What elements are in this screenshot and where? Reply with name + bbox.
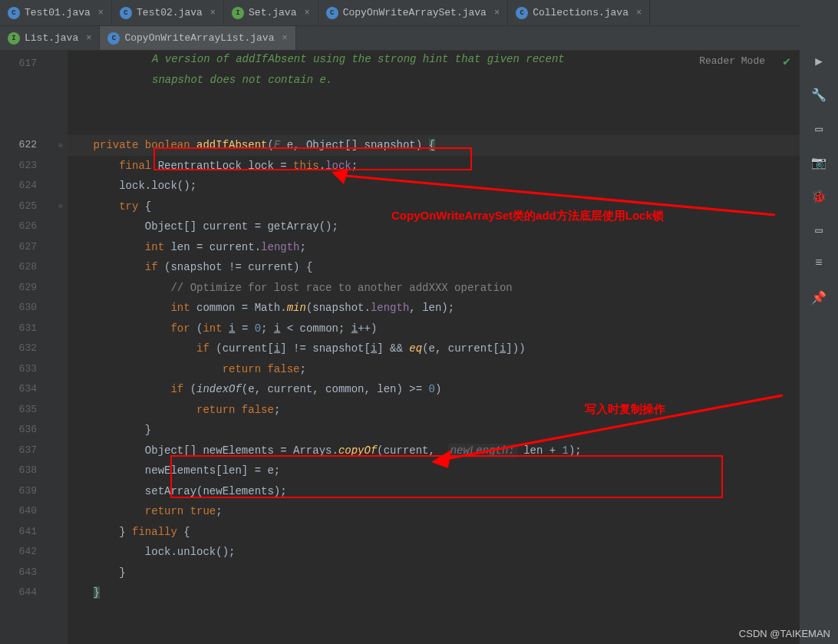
line-number: 632	[0, 339, 54, 359]
code-line: newElements[len] = e;	[68, 461, 800, 481]
code-line: for (int i = 0; i < common; i++)	[68, 319, 800, 339]
line-number	[0, 74, 54, 95]
watermark: CSDN @TAIKEMAN	[739, 628, 830, 639]
line-number: 640	[0, 501, 54, 522]
code-line: Object[] newElements = Arrays.copyOf(cur…	[68, 441, 800, 461]
line-gutter[interactable]: 617 622 623 624 625 626 627 628 629 630 …	[0, 51, 54, 644]
interface-icon: I	[232, 7, 244, 19]
tab-label: Test02.java	[137, 7, 203, 18]
class-icon: C	[326, 7, 338, 19]
tab-bar-1: CTest01.java× CTest02.java× ISet.java× C…	[0, 0, 838, 26]
run-icon[interactable]: ▶	[811, 54, 826, 69]
tab-label: Collections.java	[533, 7, 628, 18]
line-number: 629	[0, 278, 54, 299]
line-number: 633	[0, 359, 54, 380]
line-number: 630	[0, 298, 54, 319]
line-number: 625	[0, 197, 54, 217]
tab-set[interactable]: ISet.java×	[224, 0, 318, 25]
tab-label: CopyOnWriteArrayList.java	[124, 32, 274, 44]
class-icon: C	[107, 32, 120, 45]
tab-test01[interactable]: CTest01.java×	[0, 0, 112, 25]
code-line: if (indexOf(e, current, common, len) >= …	[68, 379, 800, 400]
code-line: }	[68, 420, 800, 441]
pin-icon[interactable]: 📌	[811, 290, 826, 305]
line-number: 643	[0, 563, 54, 583]
line-number: 641	[0, 522, 54, 543]
tab-label: List.java	[25, 32, 78, 44]
code-line: lock.lock();	[68, 176, 800, 197]
line-number: 627	[0, 237, 54, 258]
line-number: 617	[0, 54, 54, 74]
line-number	[0, 94, 54, 115]
interface-icon: I	[8, 32, 20, 45]
annotation-text-2: 写入时复制操作	[585, 402, 665, 417]
code-line: if (snapshot != current) {	[68, 257, 800, 278]
line-number: 635	[0, 400, 54, 421]
close-icon[interactable]: ×	[282, 33, 287, 44]
line-number: 636	[0, 420, 54, 441]
line-number: 623	[0, 156, 54, 177]
code-line: return false;	[68, 359, 800, 380]
code-line: int len = current.length;	[68, 237, 800, 258]
line-number: 622	[0, 135, 54, 156]
tab-cowarray-list[interactable]: CCopyOnWriteArrayList.java×	[100, 26, 295, 50]
bug-icon[interactable]: 🐞	[811, 189, 826, 204]
code-line: int common = Math.min(snapshot.length, l…	[68, 298, 800, 319]
close-icon[interactable]: ×	[636, 8, 642, 18]
javadoc-comment: A version of addIfAbsent using the stron…	[152, 51, 565, 90]
code-line: return true;	[68, 501, 800, 522]
line-number: 628	[0, 257, 54, 278]
line-number: 639	[0, 481, 54, 502]
line-number: 637	[0, 441, 54, 461]
close-icon[interactable]: ×	[210, 8, 216, 18]
inspection-check-icon[interactable]: ✔	[783, 54, 790, 69]
tab-test02[interactable]: CTest02.java×	[112, 0, 224, 25]
annotation-text-1: CopyOnWriteArraySet类的add方法底层使用Lock锁	[391, 209, 664, 223]
code-line: } finally {	[68, 522, 800, 543]
code-line: }	[68, 583, 800, 603]
code-line: return false;	[68, 400, 800, 421]
line-number: 644	[0, 583, 54, 603]
code-line: private boolean addIfAbsent(E e, Object[…	[68, 135, 800, 156]
class-icon: C	[120, 7, 132, 19]
fold-toggle-icon[interactable]: ⊖	[54, 135, 68, 156]
reader-mode-label[interactable]: Reader Mode	[699, 55, 765, 67]
line-number: 626	[0, 216, 54, 237]
tab-cowarray-set[interactable]: CCopyOnWriteArraySet.java×	[318, 0, 508, 25]
tab-bar-2: IList.java× CCopyOnWriteArrayList.java×	[0, 26, 838, 51]
code-line: final ReentrantLock lock = this.lock;	[68, 156, 800, 177]
line-number: 638	[0, 461, 54, 481]
fold-toggle-icon[interactable]: ⊖	[54, 197, 68, 217]
code-line: lock.unlock();	[68, 542, 800, 563]
code-line: // Optimize for lost race to another add…	[68, 278, 800, 299]
class-icon: C	[8, 7, 20, 19]
close-icon[interactable]: ×	[304, 8, 309, 18]
line-number	[0, 115, 54, 136]
code-editor[interactable]: Reader Mode ✔ A version of addIfAbsent u…	[68, 51, 800, 644]
tab-list[interactable]: IList.java×	[0, 26, 100, 50]
panel2-icon[interactable]: ▭	[811, 223, 826, 238]
code-line: setArray(newElements);	[68, 481, 800, 502]
tab-collections[interactable]: CCollections.java×	[508, 0, 650, 25]
close-icon[interactable]: ×	[98, 8, 104, 18]
wrench-icon[interactable]: 🔧	[811, 88, 826, 103]
code-line: }	[68, 563, 800, 583]
layout-icon[interactable]: ≡	[811, 256, 826, 272]
right-toolbar: ▶ 🔧 ▭ 📷 🐞 ▭ ≡ 📌	[800, 0, 838, 644]
editor-main: 617 622 623 624 625 626 627 628 629 630 …	[0, 51, 800, 644]
close-icon[interactable]: ×	[494, 8, 500, 18]
line-number: 634	[0, 379, 54, 400]
class-icon: C	[516, 7, 528, 19]
tab-label: Set.java	[249, 7, 296, 18]
camera-icon[interactable]: 📷	[811, 155, 826, 170]
tab-label: CopyOnWriteArraySet.java	[343, 7, 487, 18]
line-number: 642	[0, 542, 54, 563]
tab-label: Test01.java	[25, 7, 91, 18]
code-line: if (current[i] != snapshot[i] && eq(e, c…	[68, 339, 800, 359]
line-number: 624	[0, 176, 54, 197]
close-icon[interactable]: ×	[86, 33, 91, 44]
panel-icon[interactable]: ▭	[811, 121, 826, 137]
fold-column[interactable]: ⊖ ⊖	[54, 51, 68, 644]
line-number: 631	[0, 319, 54, 339]
